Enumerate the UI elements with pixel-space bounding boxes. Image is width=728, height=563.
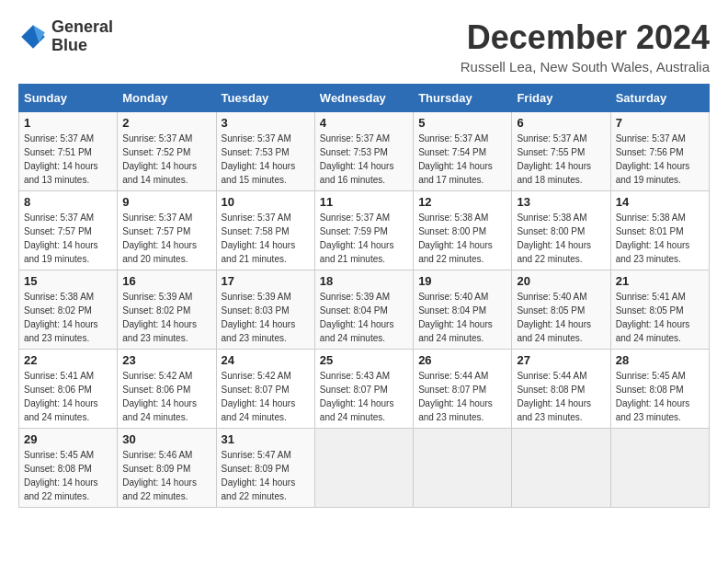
calendar-week-row: 8 Sunrise: 5:37 AMSunset: 7:57 PMDayligh… (19, 191, 710, 270)
day-detail: Sunrise: 5:37 AMSunset: 7:51 PMDaylight:… (24, 133, 98, 185)
day-number: 17 (222, 274, 310, 288)
calendar-week-row: 22 Sunrise: 5:41 AMSunset: 8:06 PMDaylig… (19, 350, 710, 429)
day-cell: 12 Sunrise: 5:38 AMSunset: 8:00 PMDaylig… (414, 191, 512, 270)
day-cell: 28 Sunrise: 5:45 AMSunset: 8:08 PMDaylig… (610, 350, 709, 429)
day-number: 1 (24, 116, 112, 130)
day-number: 13 (517, 195, 605, 209)
day-detail: Sunrise: 5:44 AMSunset: 8:07 PMDaylight:… (418, 371, 493, 422)
day-cell: 19 Sunrise: 5:40 AMSunset: 8:04 PMDaylig… (414, 270, 512, 350)
day-cell: 31 Sunrise: 5:47 AMSunset: 8:09 PMDaylig… (216, 429, 314, 508)
day-number: 28 (616, 353, 704, 367)
empty-cell (610, 429, 709, 508)
day-detail: Sunrise: 5:38 AMSunset: 8:02 PMDaylight:… (24, 292, 98, 343)
day-number: 29 (24, 432, 112, 446)
col-header-wednesday: Wednesday (314, 85, 413, 112)
day-cell: 14 Sunrise: 5:38 AMSunset: 8:01 PMDaylig… (610, 191, 709, 270)
title-area: December 2024 Russell Lea, New South Wal… (461, 18, 710, 75)
day-detail: Sunrise: 5:42 AMSunset: 8:07 PMDaylight:… (222, 371, 296, 422)
day-number: 7 (616, 116, 704, 130)
day-cell: 3 Sunrise: 5:37 AMSunset: 7:53 PMDayligh… (216, 112, 314, 191)
day-cell: 13 Sunrise: 5:38 AMSunset: 8:00 PMDaylig… (512, 191, 610, 270)
day-detail: Sunrise: 5:37 AMSunset: 7:57 PMDaylight:… (24, 213, 98, 264)
col-header-tuesday: Tuesday (216, 85, 314, 112)
day-cell: 21 Sunrise: 5:41 AMSunset: 8:05 PMDaylig… (610, 270, 709, 350)
day-number: 22 (24, 353, 112, 367)
empty-cell (314, 429, 413, 508)
calendar-header-row: SundayMondayTuesdayWednesdayThursdayFrid… (19, 85, 710, 112)
day-number: 18 (320, 274, 408, 288)
day-detail: Sunrise: 5:43 AMSunset: 8:07 PMDaylight:… (320, 371, 394, 422)
day-detail: Sunrise: 5:39 AMSunset: 8:02 PMDaylight:… (122, 292, 197, 343)
day-detail: Sunrise: 5:41 AMSunset: 8:05 PMDaylight:… (616, 292, 690, 343)
day-detail: Sunrise: 5:45 AMSunset: 8:08 PMDaylight:… (616, 371, 690, 422)
month-title: December 2024 (461, 18, 710, 57)
day-number: 11 (320, 195, 408, 209)
day-number: 3 (222, 116, 310, 130)
day-number: 26 (418, 353, 506, 367)
day-cell: 2 Sunrise: 5:37 AMSunset: 7:52 PMDayligh… (118, 112, 216, 191)
calendar-week-row: 1 Sunrise: 5:37 AMSunset: 7:51 PMDayligh… (19, 112, 710, 191)
day-number: 9 (122, 195, 210, 209)
day-cell: 18 Sunrise: 5:39 AMSunset: 8:04 PMDaylig… (314, 270, 413, 350)
day-number: 15 (24, 274, 112, 288)
calendar-table: SundayMondayTuesdayWednesdayThursdayFrid… (18, 84, 710, 508)
day-cell: 8 Sunrise: 5:37 AMSunset: 7:57 PMDayligh… (19, 191, 118, 270)
header: General Blue December 2024 Russell Lea, … (18, 18, 710, 75)
day-number: 12 (418, 195, 506, 209)
logo-line1: General (51, 18, 113, 37)
day-number: 2 (122, 116, 210, 130)
day-cell: 22 Sunrise: 5:41 AMSunset: 8:06 PMDaylig… (19, 350, 118, 429)
day-detail: Sunrise: 5:41 AMSunset: 8:06 PMDaylight:… (24, 371, 98, 422)
day-cell: 24 Sunrise: 5:42 AMSunset: 8:07 PMDaylig… (216, 350, 314, 429)
day-cell: 11 Sunrise: 5:37 AMSunset: 7:59 PMDaylig… (314, 191, 413, 270)
day-cell: 30 Sunrise: 5:46 AMSunset: 8:09 PMDaylig… (118, 429, 216, 508)
day-cell: 5 Sunrise: 5:37 AMSunset: 7:54 PMDayligh… (414, 112, 512, 191)
col-header-monday: Monday (118, 85, 216, 112)
day-cell: 29 Sunrise: 5:45 AMSunset: 8:08 PMDaylig… (19, 429, 118, 508)
col-header-sunday: Sunday (19, 85, 118, 112)
day-cell: 7 Sunrise: 5:37 AMSunset: 7:56 PMDayligh… (610, 112, 709, 191)
day-number: 8 (24, 195, 112, 209)
day-cell: 10 Sunrise: 5:37 AMSunset: 7:58 PMDaylig… (216, 191, 314, 270)
day-detail: Sunrise: 5:42 AMSunset: 8:06 PMDaylight:… (122, 371, 197, 422)
day-detail: Sunrise: 5:37 AMSunset: 7:53 PMDaylight:… (222, 133, 296, 185)
empty-cell (414, 429, 512, 508)
day-number: 20 (517, 274, 605, 288)
day-number: 10 (222, 195, 310, 209)
logo-line2: Blue (51, 37, 113, 55)
day-detail: Sunrise: 5:46 AMSunset: 8:09 PMDaylight:… (122, 450, 197, 501)
col-header-saturday: Saturday (610, 85, 709, 112)
day-cell: 15 Sunrise: 5:38 AMSunset: 8:02 PMDaylig… (19, 270, 118, 350)
day-number: 19 (418, 274, 506, 288)
day-detail: Sunrise: 5:37 AMSunset: 7:52 PMDaylight:… (122, 133, 197, 185)
day-detail: Sunrise: 5:37 AMSunset: 7:54 PMDaylight:… (418, 133, 493, 185)
day-cell: 4 Sunrise: 5:37 AMSunset: 7:53 PMDayligh… (314, 112, 413, 191)
day-detail: Sunrise: 5:37 AMSunset: 7:59 PMDaylight:… (320, 213, 394, 264)
day-detail: Sunrise: 5:37 AMSunset: 7:57 PMDaylight:… (122, 213, 197, 264)
calendar-week-row: 15 Sunrise: 5:38 AMSunset: 8:02 PMDaylig… (19, 270, 710, 350)
day-number: 6 (517, 116, 605, 130)
day-cell: 1 Sunrise: 5:37 AMSunset: 7:51 PMDayligh… (19, 112, 118, 191)
day-detail: Sunrise: 5:47 AMSunset: 8:09 PMDaylight:… (222, 450, 296, 501)
day-number: 14 (616, 195, 704, 209)
day-number: 27 (517, 353, 605, 367)
col-header-thursday: Thursday (414, 85, 512, 112)
day-cell: 23 Sunrise: 5:42 AMSunset: 8:06 PMDaylig… (118, 350, 216, 429)
day-number: 21 (616, 274, 704, 288)
location: Russell Lea, New South Wales, Australia (461, 59, 710, 75)
day-number: 16 (122, 274, 210, 288)
day-number: 4 (320, 116, 408, 130)
day-number: 25 (320, 353, 408, 367)
day-cell: 6 Sunrise: 5:37 AMSunset: 7:55 PMDayligh… (512, 112, 610, 191)
day-detail: Sunrise: 5:38 AMSunset: 8:01 PMDaylight:… (616, 213, 690, 264)
day-detail: Sunrise: 5:38 AMSunset: 8:00 PMDaylight:… (418, 213, 493, 264)
day-detail: Sunrise: 5:39 AMSunset: 8:04 PMDaylight:… (320, 292, 394, 343)
day-number: 23 (122, 353, 210, 367)
day-number: 30 (122, 432, 210, 446)
day-cell: 9 Sunrise: 5:37 AMSunset: 7:57 PMDayligh… (118, 191, 216, 270)
day-cell: 26 Sunrise: 5:44 AMSunset: 8:07 PMDaylig… (414, 350, 512, 429)
empty-cell (512, 429, 610, 508)
col-header-friday: Friday (512, 85, 610, 112)
day-cell: 20 Sunrise: 5:40 AMSunset: 8:05 PMDaylig… (512, 270, 610, 350)
day-detail: Sunrise: 5:45 AMSunset: 8:08 PMDaylight:… (24, 450, 98, 501)
